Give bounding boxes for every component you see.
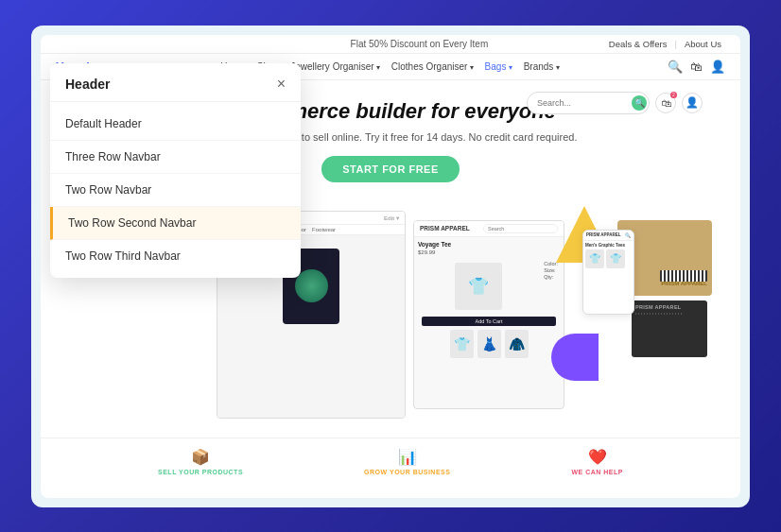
feature-help: ❤️ WE CAN HELP [571, 448, 623, 475]
panel-list: Default Header Three Row Navbar Two Row … [50, 102, 301, 278]
phone-item-2: 👕 [606, 249, 625, 268]
panel-overlay: Header × Default Header Three Row Navbar… [50, 63, 301, 278]
nav-clothes[interactable]: Clothes Organiser [391, 61, 474, 72]
about-link[interactable]: About Us [685, 39, 721, 49]
product-thumb-1: 👕 [450, 330, 474, 358]
ss-add-cart-btn[interactable]: Add To Cart [422, 317, 556, 326]
deco-dark-box: PRISM APPAREL [632, 300, 707, 357]
grow-label: GROW YOUR BUSINESS [364, 469, 450, 475]
deco-inner-label: PRISM APPAREL [635, 304, 703, 310]
nav-icons: 🔍 🛍 👤 [668, 60, 725, 74]
cart-icon[interactable]: 🛍 [690, 60, 703, 74]
cta-button[interactable]: START FOR FREE [321, 156, 460, 182]
announcement-text: Flat 50% Discount on Every Item [230, 39, 609, 49]
panel-item-two-row-second[interactable]: Two Row Second Navbar [50, 207, 301, 240]
deco-barcode [660, 270, 707, 282]
phone-item-1: 👕 [585, 249, 604, 268]
panel-item-three-row[interactable]: Three Row Navbar [50, 141, 301, 174]
phone-search: 🔍 [625, 232, 631, 238]
nav-brands[interactable]: Brands [524, 61, 560, 72]
nav-bags[interactable]: Bags [485, 61, 512, 72]
search-submit-icon[interactable]: 🔍 [632, 95, 647, 111]
feature-grow: 📊 GROW YOUR BUSINESS [364, 448, 450, 475]
panel-header: Header × [50, 63, 301, 102]
grow-icon: 📊 [398, 448, 417, 466]
browser-window: Flat 50% Discount on Every Item Deals & … [41, 35, 740, 498]
ss-product-grid: 👕 Color: Size: Qty: [418, 259, 560, 314]
deco-circle [551, 334, 599, 381]
search-input[interactable] [537, 98, 632, 108]
ss-product-img-1: 👕 [455, 263, 502, 310]
phone-tshirts: 👕 👕 [585, 249, 632, 268]
hero-nav-icons: 🛍 2 👤 [655, 93, 703, 113]
hero-cart-icon[interactable]: 🛍 2 [655, 93, 676, 113]
hero-user-icon[interactable]: 👤 [682, 93, 703, 113]
user-icon[interactable]: 👤 [710, 60, 725, 74]
announcement-right: Deals & Offers | About Us [609, 39, 721, 49]
phone-content: Men's Graphic Tees 👕 👕 [583, 241, 633, 270]
help-icon: ❤️ [588, 448, 607, 466]
search-icon[interactable]: 🔍 [668, 60, 683, 74]
search-overlay: 🔍 🛍 2 👤 [527, 92, 703, 114]
ss-more-products: 👕 👗 🧥 [418, 330, 560, 358]
phone-mock: PRISM APPAREL 🔍 Men's Graphic Tees 👕 👕 [582, 230, 634, 315]
panel-item-two-row[interactable]: Two Row Navbar [50, 174, 301, 207]
panel-item-two-row-third[interactable]: Two Row Third Navbar [50, 240, 301, 272]
panel-item-default[interactable]: Default Header [50, 108, 301, 141]
deco-mini-barcode [635, 313, 683, 315]
deals-link[interactable]: Deals & Offers [609, 39, 668, 49]
product-thumb-2: 👗 [477, 330, 501, 358]
search-bar: 🔍 [527, 92, 650, 114]
sell-label: SELL YOUR PRODUCTS [158, 469, 243, 475]
features-bar: 📦 SELL YOUR PRODUCTS 📊 GROW YOUR BUSINES… [41, 438, 740, 485]
panel-title: Header [65, 77, 110, 92]
nav-jewellery[interactable]: Jewellery Organiser [290, 61, 380, 72]
panel-close-button[interactable]: × [277, 77, 286, 92]
phone-header: PRISM APPAREL 🔍 [583, 231, 633, 241]
sell-icon: 📦 [191, 448, 210, 466]
product-thumb-3: 🧥 [505, 330, 529, 358]
help-label: WE CAN HELP [571, 469, 623, 475]
announcement-bar: Flat 50% Discount on Every Item Deals & … [41, 35, 740, 54]
outer-frame: Flat 50% Discount on Every Item Deals & … [31, 26, 750, 507]
cart-badge: 2 [670, 92, 677, 98]
feature-sell: 📦 SELL YOUR PRODUCTS [158, 448, 243, 475]
